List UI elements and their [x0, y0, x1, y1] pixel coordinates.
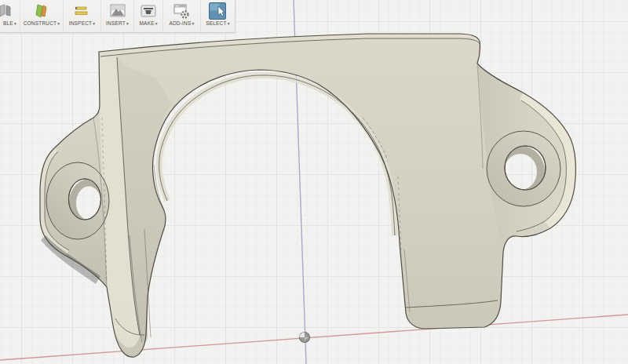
addins-window-gear-icon [172, 2, 191, 20]
assemble-icon [0, 2, 19, 20]
inspect-label: INSPECT [69, 20, 93, 27]
toolbar-item-make[interactable]: MAKE▾ [134, 0, 163, 32]
fusion-viewport[interactable]: BLE▾ CONSTRUCT▾ INSPECT▾ [0, 0, 628, 364]
toolbar-item-addins[interactable]: ADD-INS▾ [163, 0, 201, 32]
toolbar-item-construct[interactable]: CONSTRUCT▾ [20, 0, 64, 32]
make-printer-icon [139, 2, 158, 20]
toolbar-item-assemble[interactable]: BLE▾ [0, 0, 20, 32]
toolbar-item-insert[interactable]: INSERT▾ [101, 0, 134, 32]
select-caret: ▾ [228, 20, 230, 27]
inspect-caret: ▾ [93, 20, 95, 27]
toolbar-item-inspect[interactable]: INSPECT▾ [64, 0, 101, 32]
make-label: MAKE [139, 20, 154, 27]
construct-caret: ▾ [57, 20, 60, 27]
origin-indicator[interactable] [300, 333, 310, 343]
assemble-label: BLE [3, 20, 13, 27]
addins-caret: ▾ [192, 20, 195, 27]
assemble-caret: ▾ [14, 20, 16, 27]
construct-label: CONSTRUCT [24, 20, 57, 27]
model-canvas[interactable] [0, 0, 628, 364]
insert-caret: ▾ [126, 20, 129, 27]
select-cursor-icon [208, 2, 227, 20]
ribbon-toolbar: BLE▾ CONSTRUCT▾ INSPECT▾ [0, 0, 236, 33]
measure-icon [72, 2, 91, 20]
insert-label: INSERT [106, 20, 126, 27]
insert-image-icon [108, 2, 127, 20]
addins-label: ADD-INS [169, 20, 191, 27]
select-label: SELECT [206, 20, 227, 27]
toolbar-item-select[interactable]: SELECT▾ [201, 0, 235, 32]
make-caret: ▾ [155, 20, 158, 27]
construct-plane-icon [32, 2, 51, 20]
